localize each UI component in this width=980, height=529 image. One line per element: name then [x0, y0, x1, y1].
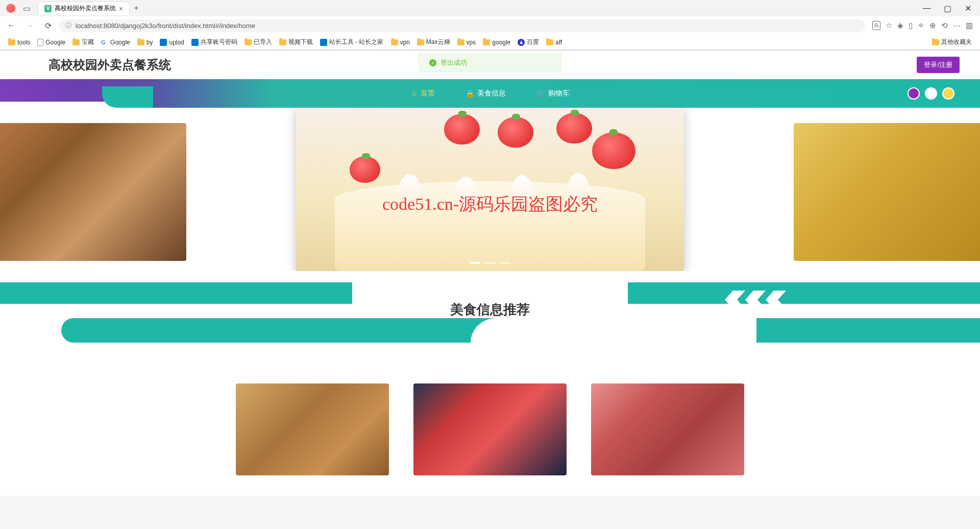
carousel-dot-3[interactable] — [500, 262, 511, 264]
address-bar: ← → ⟳ ⓘ localhost:8080/djangoj2k3o/front… — [0, 16, 980, 35]
bookmark-item[interactable]: tools — [5, 36, 33, 48]
bookmark-label: 视频下载 — [288, 38, 313, 46]
collections-icon[interactable]: ⊕ — [929, 21, 936, 30]
nav-cart[interactable]: 🛒 购物车 — [536, 89, 570, 98]
tab-bar: ▭ V 高校校园外卖点餐系统 × + — ▢ ✕ — [0, 0, 980, 16]
sidebar-icon[interactable]: ▯ — [909, 21, 913, 30]
url-text: localhost:8080/djangoj2k3o/front/dist/in… — [76, 22, 255, 30]
main-nav: ☆ 首页 🔒 美食信息 🛒 购物车 — [0, 79, 980, 108]
bookmark-item[interactable]: Google — [98, 36, 133, 48]
maximize-button[interactable]: ▢ — [937, 1, 958, 15]
theme-white-button[interactable] — [925, 87, 937, 100]
bookmark-item[interactable]: 视频下载 — [276, 36, 316, 48]
folder-icon — [457, 39, 464, 45]
bookmark-label: 其他收藏夹 — [941, 38, 972, 46]
bookmarks-bar: toolsGoogle宝藏Googlebyuplod共享账号密码已导入视频下载站… — [0, 35, 980, 50]
other-bookmarks[interactable]: 其他收藏夹 — [929, 36, 975, 48]
food-card[interactable] — [236, 383, 389, 475]
bookmark-item[interactable]: uplod — [157, 36, 187, 48]
google-icon — [101, 39, 108, 46]
food-card[interactable] — [591, 383, 744, 475]
recommend-arrows-icon — [725, 291, 786, 309]
bookmark-item[interactable]: Google — [34, 36, 68, 48]
refresh-button[interactable]: ⟳ — [41, 18, 55, 33]
blue-icon — [160, 39, 167, 46]
bookmark-item[interactable]: 百度 — [514, 36, 542, 48]
recommend-title: 美食信息推荐 — [450, 301, 530, 319]
menu-icon[interactable]: ⋯ — [953, 21, 961, 30]
nav-food-info[interactable]: 🔒 美食信息 — [465, 89, 506, 98]
recommend-section: 美食信息推荐 — [0, 271, 980, 373]
split-icon[interactable]: ▥ — [966, 21, 973, 30]
browser-chrome: ▭ V 高校校园外卖点餐系统 × + — ▢ ✕ ← → ⟳ ⓘ localho… — [0, 0, 980, 51]
star-icon: ☆ — [411, 89, 418, 98]
folder-icon — [391, 39, 398, 45]
page-icon — [37, 39, 43, 46]
favorites-icon[interactable]: ✧ — [918, 21, 924, 30]
extension-icon[interactable]: ◈ — [897, 21, 903, 30]
page-title: 高校校园外卖点餐系统 — [48, 57, 171, 73]
nav-label: 美食信息 — [477, 89, 506, 98]
bookmark-label: 站长工具 - 站长之家 — [329, 38, 384, 46]
bookmark-item[interactable]: vps — [454, 36, 479, 48]
bookmark-label: google — [492, 39, 510, 46]
folder-icon — [932, 39, 939, 45]
url-input[interactable]: ⓘ localhost:8080/djangoj2k3o/front/dist/… — [59, 19, 865, 32]
watermark-center-text: code51.cn-源码乐园盗图必究 — [382, 193, 598, 216]
sync-icon[interactable]: ⟲ — [941, 21, 948, 30]
back-button[interactable]: ← — [4, 18, 18, 33]
bookmark-item[interactable]: by — [134, 36, 156, 48]
close-tab-icon[interactable]: × — [119, 5, 123, 13]
site-header: ✓ 登出成功 高校校园外卖点餐系统 登录/注册 — [0, 51, 980, 79]
bookmark-label: Google — [110, 39, 130, 46]
cart-icon: 🛒 — [536, 89, 545, 98]
carousel-main-image[interactable]: code51.cn-源码乐园盗图必究 — [296, 108, 684, 271]
bookmark-label: 宝藏 — [82, 38, 94, 46]
carousel-indicators — [469, 262, 511, 264]
bookmark-item[interactable]: 站长工具 - 站长之家 — [317, 36, 387, 48]
window-controls: — ▢ ✕ — [917, 1, 978, 15]
food-card[interactable] — [413, 383, 567, 475]
bookmark-label: Google — [45, 39, 65, 46]
folder-icon — [417, 39, 424, 45]
theme-purple-button[interactable] — [908, 87, 920, 100]
carousel-dot-2[interactable] — [484, 262, 496, 264]
forward-button[interactable]: → — [22, 18, 37, 33]
folder-icon — [8, 39, 15, 45]
minimize-button[interactable]: — — [917, 1, 937, 15]
bookmark-label: 百度 — [527, 38, 539, 46]
bookmark-item[interactable]: aff — [543, 36, 565, 48]
carousel: code51.cn-源码乐园盗图必究 — [0, 108, 980, 271]
bookmark-label: vpn — [400, 39, 410, 46]
close-window-button[interactable]: ✕ — [958, 1, 978, 15]
nav-home[interactable]: ☆ 首页 — [411, 89, 435, 98]
bookmark-item[interactable]: 共享账号密码 — [188, 36, 240, 48]
folder-icon — [483, 39, 490, 45]
bookmark-label: Max云梯 — [426, 38, 450, 46]
bookmark-label: by — [146, 39, 153, 46]
bookmark-item[interactable]: 宝藏 — [69, 36, 97, 48]
info-icon: ⓘ — [65, 21, 71, 30]
carousel-side-image-right — [794, 123, 980, 261]
tab-actions-icon[interactable]: ▭ — [19, 1, 34, 15]
bookmark-label: aff — [555, 39, 562, 46]
bookmark-item[interactable]: Max云梯 — [414, 36, 453, 48]
new-tab-button[interactable]: + — [130, 3, 142, 14]
baidu-icon — [518, 39, 525, 46]
bookmark-item[interactable]: vpn — [388, 36, 413, 48]
read-aloud-icon[interactable]: A — [872, 21, 880, 30]
carousel-dot-1[interactable] — [469, 262, 480, 264]
page-content: code51.cncode51.cncode51.cncode51.cncode… — [0, 51, 980, 496]
tab-title: 高校校园外卖点餐系统 — [55, 4, 116, 13]
bookmark-label: tools — [17, 39, 30, 46]
bookmark-item[interactable]: google — [480, 36, 513, 48]
theme-yellow-button[interactable] — [942, 87, 954, 100]
login-register-button[interactable]: 登录/注册 — [917, 57, 960, 73]
blue-icon — [320, 39, 327, 46]
bookmark-label: vps — [467, 39, 476, 46]
favorite-icon[interactable]: ☆ — [886, 21, 892, 30]
food-grid — [0, 373, 980, 496]
browser-tab[interactable]: V 高校校园外卖点餐系统 × — [38, 2, 130, 15]
bookmark-item[interactable]: 已导入 — [241, 36, 275, 48]
profile-avatar-icon[interactable] — [6, 4, 15, 13]
